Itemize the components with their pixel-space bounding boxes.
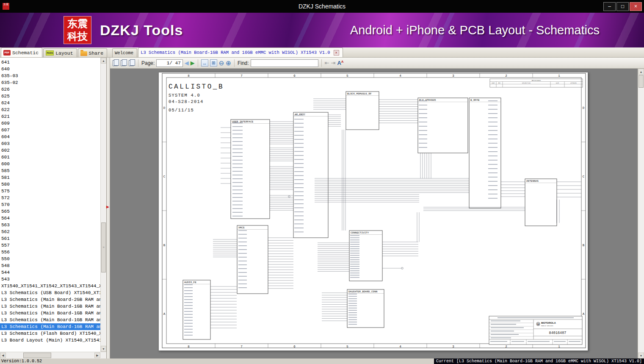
- sidebar-item[interactable]: 640: [0, 66, 100, 72]
- scrollbar-thumb[interactable]: [23, 353, 51, 358]
- svg-text:B_RFFE: B_RFFE: [470, 99, 480, 102]
- fit-width-icon[interactable]: ↔: [201, 59, 208, 67]
- scrollbar-thumb[interactable]: ≡: [101, 222, 106, 272]
- tab-layout[interactable]: PADS Layout: [43, 48, 77, 57]
- current-document-label: Current [L3 Schematics (Main Board-1GB R…: [434, 358, 644, 364]
- previous-page-icon[interactable]: ◀: [185, 60, 189, 66]
- scrollbar-thumb[interactable]: [638, 75, 644, 88]
- sidebar-item[interactable]: 581: [0, 174, 100, 181]
- sidebar-item[interactable]: 556: [0, 249, 100, 256]
- tab-welcome[interactable]: Welcome: [112, 48, 137, 57]
- schematic-block-audio_fe: AUDIO_FE: [183, 280, 210, 339]
- zoom-out-icon[interactable]: ⊖: [219, 60, 224, 66]
- sidebar-item[interactable]: 635-02: [0, 79, 100, 86]
- sidebar-item[interactable]: 600: [0, 161, 100, 167]
- svg-text:B: B: [163, 244, 166, 247]
- scroll-down-icon[interactable]: ▼: [638, 353, 644, 358]
- sidebar-item[interactable]: 557: [0, 242, 100, 249]
- pads-icon: PADS: [46, 50, 54, 56]
- sidebar-item[interactable]: 604: [0, 133, 100, 140]
- find-label: Find:: [238, 60, 249, 66]
- sidebar-item[interactable]: 548: [0, 262, 100, 269]
- sidebar-item[interactable]: 635-03: [0, 72, 100, 79]
- snapshot-icon[interactable]: [129, 60, 134, 66]
- maximize-button[interactable]: □: [616, 2, 629, 11]
- sidebar-item[interactable]: L3 Schematics (Main Board-1GB RAM and: [0, 310, 100, 317]
- zoom-in-icon[interactable]: ⊕: [226, 60, 231, 66]
- toolbar-divider: [138, 59, 138, 67]
- tab-schematic[interactable]: PDF Schematic: [1, 47, 42, 57]
- sidebar-item[interactable]: 565: [0, 208, 100, 215]
- tab-share[interactable]: Share: [78, 48, 108, 57]
- sidebar-item[interactable]: 626: [0, 86, 100, 93]
- sidebar-item[interactable]: 572: [0, 195, 100, 201]
- sidebar-item[interactable]: 575: [0, 188, 100, 195]
- sidebar-list: 641640635-03635-026266256246226216096076…: [0, 58, 100, 352]
- sidebar-item[interactable]: L3 Board Layout (Main) XT1540_XT1541_X: [0, 337, 100, 344]
- sidebar-item[interactable]: L3 Schematics (Main Board-1GB RAM and: [0, 323, 100, 330]
- tab-document[interactable]: L3 Schematics (Main Board-1GB RAM and 16…: [138, 47, 343, 57]
- sidebar-item[interactable]: 624: [0, 100, 100, 106]
- toolbar: Page: / 47 ◀ ▶ ↔ ⊞ ⊖ ⊕ Find: ⇤ ⇥: [110, 58, 644, 69]
- sidebar-item[interactable]: L3 Schematics (USB Board) XT1540_XT154: [0, 289, 100, 296]
- sidebar-item[interactable]: 562: [0, 228, 100, 235]
- next-page-icon[interactable]: ▶: [191, 60, 195, 66]
- sidebar-item[interactable]: 544: [0, 269, 100, 276]
- scroll-up-icon[interactable]: ▲: [101, 58, 106, 64]
- tab-close-icon[interactable]: ×: [334, 50, 339, 56]
- svg-text:D: D: [583, 106, 585, 110]
- sidebar-item[interactable]: 603: [0, 140, 100, 147]
- sidebar-vertical-scrollbar[interactable]: ▲ ≡ ▼: [100, 58, 106, 352]
- svg-text:ANTENNAS: ANTENNAS: [526, 180, 539, 183]
- page-number-input[interactable]: [158, 61, 169, 66]
- scroll-down-icon[interactable]: ▼: [101, 346, 106, 352]
- sidebar-item[interactable]: 609: [0, 120, 100, 127]
- sidebar-item[interactable]: 543: [0, 276, 100, 283]
- svg-text:REVISIONS: REVISIONS: [532, 80, 541, 81]
- logo-line2: 科技: [67, 30, 88, 43]
- copy-page-icon[interactable]: [113, 60, 118, 66]
- schematic-page[interactable]: 8877665544332211DDCCBBAACALLISTO_BSYSTEM…: [158, 72, 588, 351]
- sidebar-item[interactable]: 607: [0, 127, 100, 133]
- banner: 东震 科技 DZKJ Tools Android + iPhone & PCB …: [0, 13, 644, 47]
- sidebar-item[interactable]: 602: [0, 147, 100, 154]
- tab-schematic-label: Schematic: [12, 50, 39, 56]
- scroll-up-icon[interactable]: ▲: [638, 69, 644, 75]
- svg-text:DATE: DATE: [556, 83, 559, 84]
- viewer-vertical-scrollbar[interactable]: ▲ ▼: [638, 69, 644, 358]
- sidebar-item[interactable]: 622: [0, 106, 100, 113]
- font-size-icon[interactable]: AA: [337, 60, 343, 66]
- find-previous-icon[interactable]: ⇤: [325, 60, 329, 66]
- document-pane: Page: / 47 ◀ ▶ ↔ ⊞ ⊖ ⊕ Find: ⇤ ⇥: [110, 58, 644, 358]
- sidebar-horizontal-scrollbar[interactable]: ◀ ▶: [0, 352, 106, 358]
- sidebar-item[interactable]: 564: [0, 215, 100, 222]
- sidebar-item[interactable]: 625: [0, 93, 100, 100]
- sidebar-item[interactable]: 641: [0, 59, 100, 66]
- fit-page-icon[interactable]: ⊞: [210, 59, 217, 67]
- sidebar-item[interactable]: 580: [0, 181, 100, 188]
- sidebar-item[interactable]: XT1540_XT1541_XT1542_XT1543_XT1544_XT1: [0, 283, 100, 289]
- sidebar-item[interactable]: L3 Schematics (Main Board-1GB RAM and: [0, 303, 100, 310]
- sidebar-item[interactable]: 570: [0, 201, 100, 208]
- find-input[interactable]: [251, 61, 318, 66]
- sidebar-item[interactable]: L3 Schematics (Main Board-2GB RAM and: [0, 296, 100, 303]
- sidebar-item[interactable]: 585: [0, 167, 100, 174]
- sidebar-item[interactable]: 550: [0, 256, 100, 262]
- sidebar-item[interactable]: 621: [0, 113, 100, 120]
- minimize-button[interactable]: –: [603, 2, 616, 11]
- scroll-left-icon[interactable]: ◀: [0, 353, 6, 358]
- close-button[interactable]: ×: [630, 2, 642, 11]
- sidebar-item[interactable]: 561: [0, 235, 100, 242]
- sidebar-splitter[interactable]: ▶: [107, 58, 110, 358]
- schematic-svg: 8877665544332211DDCCBBAACALLISTO_BSYSTEM…: [159, 72, 589, 351]
- sidebar-item[interactable]: L3 Schematics (Main Board-1GB RAM and: [0, 317, 100, 323]
- svg-text:AUDIO_FE: AUDIO_FE: [184, 281, 196, 284]
- tab-share-label: Share: [89, 50, 104, 56]
- copy-pages-icon[interactable]: [121, 60, 126, 66]
- splitter-collapse-icon[interactable]: ▶: [106, 205, 109, 209]
- scroll-right-icon[interactable]: ▶: [94, 353, 100, 358]
- sidebar-item[interactable]: L3 Schematics (Flash Board) XT1540_XT1: [0, 330, 100, 337]
- sidebar-item[interactable]: 563: [0, 222, 100, 228]
- sidebar-item[interactable]: 601: [0, 154, 100, 161]
- find-next-icon[interactable]: ⇥: [331, 60, 336, 66]
